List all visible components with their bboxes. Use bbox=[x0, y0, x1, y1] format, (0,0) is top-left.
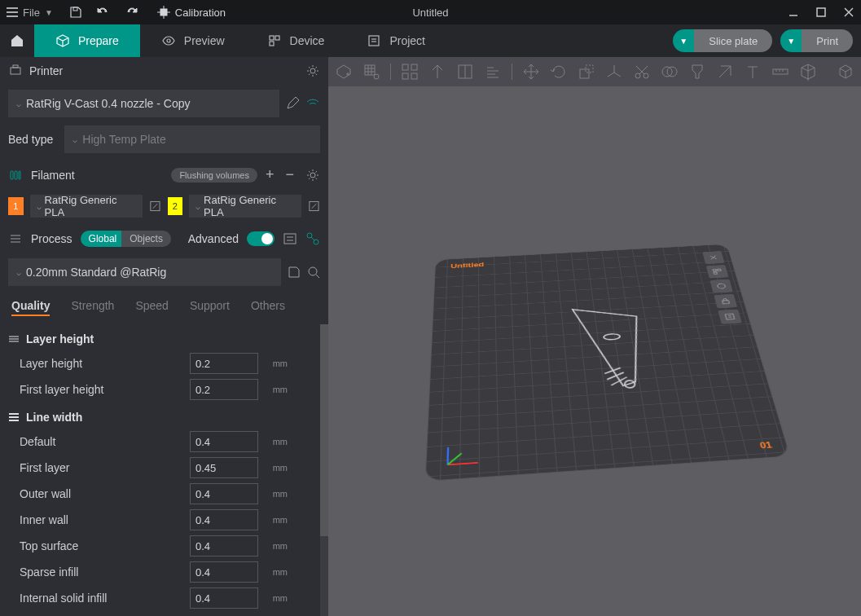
svg-rect-43 bbox=[411, 73, 417, 79]
assembly-view-icon[interactable] bbox=[837, 63, 854, 81]
home-button[interactable] bbox=[0, 24, 34, 57]
tab-preview[interactable]: Preview bbox=[140, 24, 246, 57]
calibration-button[interactable]: Calibration bbox=[157, 6, 226, 19]
first-layer-input[interactable] bbox=[190, 457, 258, 478]
cut-icon[interactable] bbox=[633, 63, 651, 81]
rotate-icon[interactable] bbox=[550, 63, 568, 81]
wifi-icon[interactable] bbox=[305, 96, 320, 111]
orient-icon[interactable] bbox=[428, 63, 446, 81]
file-menu[interactable]: File ▼ bbox=[7, 7, 53, 19]
add-filament-button[interactable]: + bbox=[266, 166, 275, 183]
tab-project[interactable]: Project bbox=[345, 24, 446, 57]
title-bar: File ▼ Calibration Untitled bbox=[0, 0, 861, 24]
save-preset-icon[interactable] bbox=[288, 266, 301, 279]
window-title: Untitled bbox=[412, 7, 448, 19]
plate-settings-button[interactable] bbox=[718, 309, 742, 323]
plate-arrange-button[interactable] bbox=[706, 265, 729, 279]
viewport-3d[interactable]: Untitled 01 bbox=[328, 57, 861, 616]
print-dropdown-icon[interactable]: ▼ bbox=[780, 29, 802, 52]
slice-dropdown-icon[interactable]: ▼ bbox=[673, 29, 694, 52]
svg-point-19 bbox=[310, 68, 315, 73]
settings-scrollbar[interactable] bbox=[320, 324, 328, 616]
support-paint-icon[interactable] bbox=[688, 63, 706, 81]
bed-type-select[interactable]: ⌵ High Temp Plate bbox=[64, 125, 320, 153]
svg-rect-34 bbox=[365, 65, 375, 75]
add-grid-icon[interactable] bbox=[362, 63, 380, 81]
measure-icon[interactable] bbox=[771, 63, 789, 81]
print-button[interactable]: ▼ Print bbox=[780, 29, 853, 52]
mesh-boolean-icon[interactable] bbox=[661, 63, 679, 81]
flushing-volumes-button[interactable]: Flushing volumes bbox=[171, 168, 257, 183]
edit-icon[interactable] bbox=[286, 97, 299, 110]
tab-support[interactable]: Support bbox=[190, 299, 230, 316]
close-icon[interactable] bbox=[843, 7, 854, 18]
variable-height-icon[interactable] bbox=[484, 63, 502, 81]
svg-rect-58 bbox=[713, 269, 716, 271]
top-surface-input[interactable] bbox=[190, 535, 258, 557]
tab-device[interactable]: Device bbox=[246, 24, 346, 57]
outer-wall-input[interactable] bbox=[190, 483, 258, 504]
gear-icon[interactable] bbox=[305, 64, 320, 78]
add-plate-icon[interactable] bbox=[335, 63, 353, 81]
plate-orient-button[interactable] bbox=[709, 279, 732, 293]
remove-filament-button[interactable]: − bbox=[285, 166, 294, 183]
svg-point-69 bbox=[604, 333, 621, 340]
svg-rect-22 bbox=[19, 171, 20, 179]
compare-icon[interactable] bbox=[305, 231, 320, 246]
filament-icon bbox=[8, 168, 23, 183]
tab-prepare[interactable]: Prepare bbox=[34, 24, 140, 57]
internal-solid-input[interactable] bbox=[190, 587, 258, 609]
filament-select-2[interactable]: ⌵ RatRig Generic PLA bbox=[189, 195, 301, 218]
redo-icon[interactable] bbox=[125, 6, 138, 19]
project-icon bbox=[367, 33, 381, 48]
svg-line-67 bbox=[448, 463, 478, 465]
chevron-down-icon: ⌵ bbox=[16, 268, 21, 277]
scale-icon[interactable] bbox=[578, 63, 595, 81]
move-icon[interactable] bbox=[522, 63, 540, 81]
process-tabs: Quality Strength Speed Support Others bbox=[0, 291, 328, 324]
tab-speed[interactable]: Speed bbox=[135, 299, 168, 316]
assembly-icon[interactable] bbox=[799, 63, 817, 81]
plate-label: Untitled bbox=[450, 261, 484, 269]
svg-line-66 bbox=[448, 447, 449, 464]
edit-icon[interactable] bbox=[149, 200, 161, 213]
undo-icon[interactable] bbox=[97, 6, 110, 19]
model-object[interactable] bbox=[564, 299, 678, 407]
seam-paint-icon[interactable] bbox=[716, 63, 734, 81]
minimize-icon[interactable] bbox=[788, 7, 799, 18]
filament-swatch-1[interactable]: 1 bbox=[8, 197, 24, 215]
sparse-infill-input[interactable] bbox=[190, 561, 258, 583]
plate-lock-button[interactable] bbox=[714, 293, 737, 308]
filament-heading: Filament bbox=[31, 169, 75, 182]
arrange-icon[interactable] bbox=[401, 63, 419, 81]
maximize-icon[interactable] bbox=[815, 7, 827, 18]
tab-strength[interactable]: Strength bbox=[71, 299, 114, 316]
list-icon[interactable] bbox=[283, 231, 297, 246]
tab-others[interactable]: Others bbox=[251, 299, 285, 316]
svg-point-10 bbox=[167, 39, 170, 42]
home-icon bbox=[9, 33, 25, 49]
filament-swatch-2[interactable]: 2 bbox=[168, 197, 183, 215]
advanced-toggle[interactable] bbox=[247, 231, 275, 246]
plate-close-button[interactable] bbox=[702, 251, 724, 264]
tab-quality[interactable]: Quality bbox=[11, 299, 50, 316]
search-icon[interactable] bbox=[307, 266, 320, 279]
first-layer-height-input[interactable] bbox=[190, 379, 258, 400]
text-icon[interactable] bbox=[744, 63, 762, 81]
layer-height-input[interactable] bbox=[190, 353, 258, 374]
split-icon[interactable] bbox=[456, 63, 474, 81]
filament-select-1[interactable]: ⌵ RatRig Generic PLA bbox=[30, 195, 143, 218]
edit-icon[interactable] bbox=[308, 200, 320, 213]
place-on-face-icon[interactable] bbox=[605, 63, 623, 81]
printer-select[interactable]: ⌵ RatRig V-Cast 0.4 nozzle - Copy bbox=[8, 90, 279, 117]
default-input[interactable] bbox=[190, 431, 258, 452]
global-toggle[interactable]: Global bbox=[81, 231, 125, 247]
slice-plate-button[interactable]: ▼ Slice plate bbox=[673, 29, 772, 52]
gear-icon[interactable] bbox=[305, 168, 320, 183]
save-icon[interactable] bbox=[69, 6, 82, 19]
process-preset-select[interactable]: ⌵ 0.20mm Standard @RatRig bbox=[8, 258, 281, 286]
objects-toggle[interactable]: Objects bbox=[121, 231, 171, 247]
build-plate[interactable]: Untitled 01 bbox=[424, 244, 790, 482]
inner-wall-input[interactable] bbox=[190, 509, 258, 530]
calibration-icon bbox=[157, 6, 170, 19]
